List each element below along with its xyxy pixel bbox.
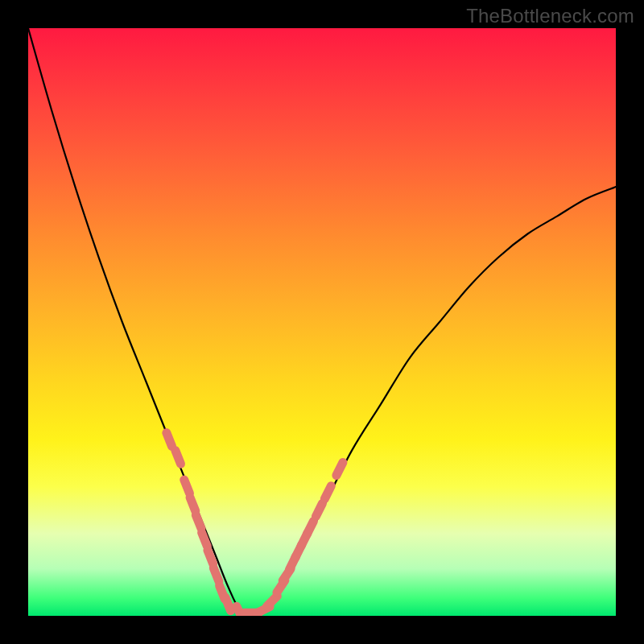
- highlight-dash: [208, 551, 213, 564]
- highlight-dash: [213, 568, 219, 582]
- curve-group: [28, 28, 616, 616]
- highlight-dash: [267, 596, 278, 606]
- highlight-dash: [202, 533, 208, 547]
- highlight-dash: [167, 433, 172, 447]
- highlight-dash: [316, 504, 322, 517]
- marker-group: [167, 433, 343, 616]
- watermark-text: TheBottleneck.com: [466, 5, 634, 27]
- highlight-dash: [175, 451, 181, 464]
- plot-area: [28, 28, 616, 616]
- highlight-dash: [190, 497, 196, 511]
- highlight-dash: [324, 486, 331, 499]
- highlight-dash: [307, 521, 313, 534]
- highlight-dash: [225, 597, 231, 611]
- highlight-dash: [336, 462, 343, 475]
- chart-frame: TheBottleneck.com: [0, 0, 644, 644]
- bottleneck-curve-path: [28, 28, 616, 616]
- highlight-dash: [184, 480, 190, 493]
- highlight-dash: [196, 515, 201, 529]
- bottleneck-curve-svg: [28, 28, 616, 616]
